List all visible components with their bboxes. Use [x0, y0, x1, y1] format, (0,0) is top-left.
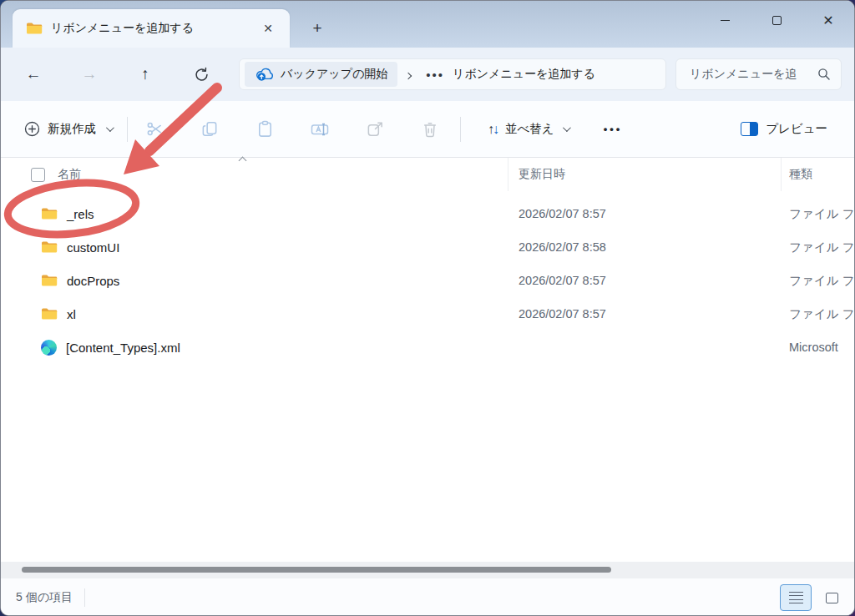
column-header-name[interactable]: 名前: [1, 158, 508, 191]
details-view-button[interactable]: [780, 584, 812, 611]
up-button[interactable]: ↑: [131, 60, 159, 88]
back-button[interactable]: ←: [19, 60, 48, 88]
preview-pane-icon: [741, 122, 758, 136]
search-input[interactable]: リボンメニューを追: [690, 67, 817, 82]
paste-button[interactable]: [246, 113, 283, 146]
column-header-type[interactable]: 種類: [782, 167, 854, 182]
address-bar[interactable]: バックアップの開始 ••• リボンメニューを追加する: [239, 58, 666, 90]
breadcrumb-onedrive[interactable]: バックアップの開始: [245, 62, 397, 87]
file-name: xl: [67, 307, 76, 321]
folder-icon: [41, 207, 58, 220]
details-view-icon: [789, 592, 803, 603]
refresh-button[interactable]: [187, 60, 215, 88]
refresh-icon: [194, 67, 210, 83]
edge-browser-icon: [41, 340, 57, 356]
paste-icon: [255, 119, 275, 139]
file-name: _rels: [67, 207, 94, 221]
new-item-button[interactable]: 新規作成: [18, 116, 119, 142]
folder-icon: [41, 307, 58, 321]
status-divider: [84, 588, 85, 607]
file-type: ファイル フォ: [782, 206, 854, 222]
toolbar-divider: [127, 117, 128, 142]
file-row-customui[interactable]: customUI 2026/02/07 8:58 ファイル フォ: [1, 230, 854, 264]
maximize-icon: [772, 16, 782, 25]
preview-toggle-button[interactable]: プレビュー: [737, 116, 831, 142]
search-box[interactable]: リボンメニューを追: [675, 58, 842, 90]
sort-label: 並べ替え: [505, 121, 554, 137]
command-toolbar: 新規作成: [1, 101, 854, 158]
tab-strip: リボンメニューを追加する ✕ + ✕: [1, 1, 854, 48]
scrollbar-thumb[interactable]: [22, 567, 611, 573]
breadcrumb-segment-current[interactable]: リボンメニューを追加する: [453, 67, 595, 82]
close-button[interactable]: ✕: [802, 1, 854, 39]
share-icon: [366, 119, 385, 139]
file-row-content-types-xml[interactable]: [Content_Types].xml Microsoft: [1, 331, 854, 364]
icons-view-button[interactable]: [816, 584, 847, 611]
folder-icon: [41, 274, 58, 287]
copy-icon: [200, 119, 220, 139]
share-button[interactable]: [357, 113, 393, 146]
close-icon: ✕: [822, 13, 833, 28]
horizontal-scrollbar[interactable]: [1, 562, 854, 578]
file-type: ファイル フォ: [782, 273, 854, 289]
tab-close-icon[interactable]: ✕: [256, 20, 280, 37]
file-name: docProps: [67, 274, 119, 288]
file-name: [Content_Types].xml: [66, 341, 180, 355]
breadcrumb-chevron-icon[interactable]: [406, 67, 411, 82]
tab-title: リボンメニューを追加する: [51, 21, 256, 36]
navigation-bar: ← → ↑ バックアップの開始 ••• リボンメニューを追加する リボ: [1, 48, 854, 101]
sort-button[interactable]: ↑↓ 並べ替え: [481, 116, 575, 142]
onedrive-cloud-icon: [255, 68, 274, 82]
column-header-date[interactable]: 更新日時: [508, 158, 782, 191]
file-name: customUI: [67, 240, 119, 255]
maximize-button[interactable]: [751, 1, 802, 39]
explorer-tab[interactable]: リボンメニューを追加する ✕: [13, 9, 290, 48]
window-controls: ✕: [699, 1, 854, 43]
sort-arrows-icon: ↑↓: [488, 122, 499, 137]
column-header-row: 名前 更新日時 種類: [1, 158, 854, 191]
see-more-button[interactable]: •••: [597, 119, 630, 139]
item-count-label: 5 個の項目: [16, 590, 73, 605]
column-type-label: 種類: [789, 167, 812, 180]
breadcrumb-overflow-button[interactable]: •••: [426, 68, 444, 82]
copy-button[interactable]: [191, 113, 228, 146]
file-type: ファイル フォ: [782, 240, 854, 255]
breadcrumb-segment-backup: バックアップの開始: [281, 67, 387, 82]
folder-icon: [26, 22, 43, 35]
trash-icon: [421, 120, 439, 139]
new-item-label: 新規作成: [48, 121, 96, 137]
rename-button[interactable]: [301, 113, 338, 146]
plus-circle-icon: [24, 121, 40, 137]
file-row-xl[interactable]: xl 2026/02/07 8:57 ファイル フォ: [1, 297, 854, 331]
search-icon: [817, 68, 831, 81]
column-date-label: 更新日時: [519, 167, 565, 182]
forward-button[interactable]: →: [75, 60, 104, 88]
preview-label: プレビュー: [766, 121, 827, 137]
file-type: Microsoft: [782, 341, 854, 354]
column-name-label: 名前: [58, 167, 81, 182]
delete-button[interactable]: [412, 113, 448, 146]
minimize-button[interactable]: [699, 1, 751, 39]
file-explorer-window: リボンメニューを追加する ✕ + ✕ ← → ↑: [0, 0, 855, 616]
toolbar-divider: [460, 117, 461, 142]
sort-ascending-icon: [239, 157, 247, 165]
chevron-down-icon: [106, 124, 114, 132]
minimize-icon: [721, 20, 730, 21]
file-date: 2026/02/07 8:57: [508, 307, 782, 321]
file-row-rels[interactable]: _rels 2026/02/07 8:57 ファイル フォ: [1, 197, 854, 230]
folder-icon: [41, 240, 58, 254]
cut-icon: [145, 119, 164, 139]
select-all-checkbox[interactable]: [31, 168, 45, 182]
view-toggle-buttons: [780, 584, 847, 611]
new-tab-button[interactable]: +: [305, 16, 330, 41]
status-bar: 5 個の項目: [1, 578, 854, 616]
chevron-down-icon: [563, 124, 571, 132]
file-date: 2026/02/07 8:57: [508, 274, 782, 287]
rename-icon: [310, 119, 330, 139]
file-row-docprops[interactable]: docProps 2026/02/07 8:57 ファイル フォ: [1, 264, 854, 297]
file-type: ファイル フォ: [782, 306, 854, 322]
file-date: 2026/02/07 8:58: [508, 240, 782, 254]
icons-view-icon: [826, 593, 838, 603]
file-date: 2026/02/07 8:57: [508, 207, 782, 220]
cut-button[interactable]: [136, 113, 173, 146]
